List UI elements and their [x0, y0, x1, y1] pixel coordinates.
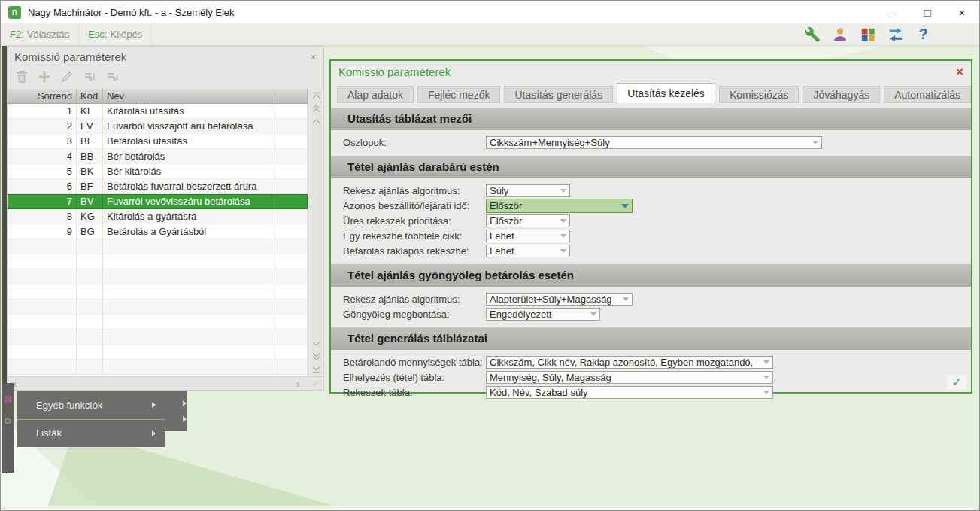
gear-icon[interactable]: ⚙ [4, 417, 12, 426]
menu-item-kilepes[interactable]: Esc: Kilépés [79, 23, 152, 45]
cell-kod: BG [77, 224, 103, 239]
cell-nev: Kitárolási utasítás [103, 104, 272, 119]
page-up-icon[interactable] [311, 105, 321, 113]
table-row[interactable] [8, 360, 308, 375]
table-row[interactable]: 4BBBér betárolás [8, 149, 308, 164]
tab-fejl-c-mez-k[interactable]: Fejléc mezők [417, 86, 500, 103]
field-row: Betárolás raklapos rekeszbe:Lehet [331, 243, 971, 258]
column-header-kod[interactable]: Kód [77, 89, 103, 103]
tab-utas-t-s-kezel-s[interactable]: Utasítás kezelés [617, 83, 715, 103]
table-row[interactable] [8, 345, 308, 360]
chevron-down-icon [560, 189, 566, 193]
cell-extra [272, 315, 308, 330]
dropdown[interactable]: Először [486, 199, 633, 213]
submenu-arrow-icon [152, 430, 156, 436]
cell-kod: BK [77, 164, 103, 179]
table-row[interactable]: 3BEBetárolási utasítás [8, 134, 308, 149]
dropdown[interactable]: Súly [486, 184, 570, 197]
cell-kod [77, 239, 103, 254]
cell-sorrend: 1 [8, 104, 77, 119]
table-row[interactable] [8, 330, 308, 345]
move-in-icon[interactable] [105, 69, 120, 84]
transfer-icon[interactable] [881, 23, 909, 45]
dropdown[interactable]: Először [486, 214, 570, 227]
cell-extra [272, 149, 308, 164]
menu-item-valasztas[interactable]: F2: Választás [1, 23, 79, 45]
chevron-down-icon [621, 204, 629, 208]
field-label: Azonos beszállító/lejárati idő: [343, 200, 486, 211]
table-row[interactable] [8, 300, 308, 315]
cell-kod: KG [77, 209, 103, 224]
help-icon[interactable]: ? [909, 23, 937, 45]
user-icon[interactable] [826, 23, 854, 45]
table-row[interactable]: 2FVFuvarból visszajött áru betárolása [8, 119, 308, 134]
edit-icon[interactable] [59, 69, 74, 84]
dropdown[interactable]: Kód, Név, Szabad súly [486, 386, 773, 399]
menu-item-list-k[interactable]: Listák [17, 419, 165, 448]
tab-j-v-hagy-s[interactable]: Jóváhagyás [803, 86, 880, 103]
table-row[interactable]: 6BFBetárolás fuvarral beszerzett árura [8, 179, 308, 194]
dropdown[interactable]: Cikkszám, Cikk név, Raklap azonosító, Eg… [486, 356, 773, 369]
close-button[interactable]: × [945, 1, 979, 23]
page-down-icon[interactable] [311, 352, 321, 360]
dropdown[interactable]: Cikkszám+Mennyiség+Súly [486, 136, 822, 149]
tab-automatiz-l-s[interactable]: Automatizálás [884, 86, 971, 103]
table-row[interactable]: 7BVFuvarról vevővisszáru betárolása [8, 194, 308, 209]
left-panel-close-icon[interactable]: × [310, 50, 317, 63]
chevron-down-icon [560, 219, 566, 223]
table-row[interactable] [8, 315, 308, 330]
confirm-button[interactable]: ✓ [947, 375, 966, 390]
field-label: Rekesz ajánlás algoritmus: [343, 185, 486, 196]
wrench-icon[interactable] [798, 23, 826, 45]
scroll-right-icon[interactable]: › [296, 378, 300, 390]
submenu-arrow-icon[interactable] [183, 416, 187, 422]
detail-panel-close-icon[interactable]: × [956, 65, 963, 80]
move-out-icon[interactable] [82, 69, 97, 84]
table-row[interactable]: 1KIKitárolási utasítás [8, 104, 308, 119]
modules-icon[interactable] [854, 23, 881, 45]
dropdown[interactable]: Engedélyezett [486, 308, 600, 321]
delete-icon[interactable] [14, 69, 29, 84]
column-header-nev[interactable]: Név [103, 89, 272, 103]
table-row[interactable]: 9BGBetárolás a Gyártásból [8, 224, 308, 239]
scroll-up-icon[interactable] [311, 118, 321, 124]
cell-sorrend: 7 [8, 194, 77, 209]
dice-icon[interactable]: ⚄ [4, 395, 12, 405]
dropdown[interactable]: Mennyiség, Súly, Magasság [486, 371, 773, 384]
cell-extra [272, 239, 308, 254]
dropdown-value: Cikkszám+Mennyiség+Súly [490, 137, 610, 148]
menu-label: Választás [27, 29, 69, 40]
table-row[interactable]: 5BKBér kitárolás [8, 164, 308, 179]
horizontal-scrollbar[interactable]: ‹ › ✓ [8, 376, 323, 390]
menu-item-egy-b-funkci-k[interactable]: Egyéb funkciók [17, 391, 165, 419]
maximize-button[interactable]: □ [910, 1, 945, 23]
tab-utas-t-s-gener-l-s[interactable]: Utasítás generálás [504, 86, 613, 103]
context-menu: Egyéb funkciókListák [17, 391, 165, 447]
scroll-top-icon[interactable] [311, 92, 321, 99]
cell-nev: Kitárolás a gyártásra [103, 209, 272, 224]
tab-komissi-z-s[interactable]: Komissiózás [719, 86, 799, 103]
field-label: Üres rekeszek prioritása: [343, 215, 486, 227]
table-row[interactable]: 8KGKitárolás a gyártásra [8, 209, 308, 224]
tab-alap-adatok[interactable]: Alap adatok [337, 86, 414, 103]
table-row[interactable] [8, 239, 308, 254]
cell-extra [272, 254, 308, 269]
table-row[interactable] [8, 284, 308, 300]
vertical-scrollbar[interactable] [308, 89, 323, 376]
field-row: Azonos beszállító/lejárati idő:Először [331, 198, 971, 213]
cell-nev [103, 284, 272, 300]
dropdown[interactable]: Lehet [486, 245, 570, 257]
table-row[interactable] [8, 269, 308, 284]
cell-sorrend [8, 330, 77, 345]
submenu-arrow-icon[interactable] [183, 400, 187, 406]
table-row[interactable] [8, 254, 308, 269]
add-icon[interactable] [37, 69, 52, 84]
cell-kod: BB [77, 149, 103, 164]
minimize-button[interactable]: – [875, 1, 910, 23]
scroll-bottom-icon[interactable] [311, 366, 321, 373]
column-header-sorrend[interactable]: Sorrend [8, 89, 77, 103]
dropdown[interactable]: Alapterület+Súly+Magasság [486, 293, 633, 306]
cell-sorrend [8, 239, 77, 254]
scroll-down-icon[interactable] [311, 341, 321, 347]
dropdown[interactable]: Lehet [486, 230, 570, 242]
